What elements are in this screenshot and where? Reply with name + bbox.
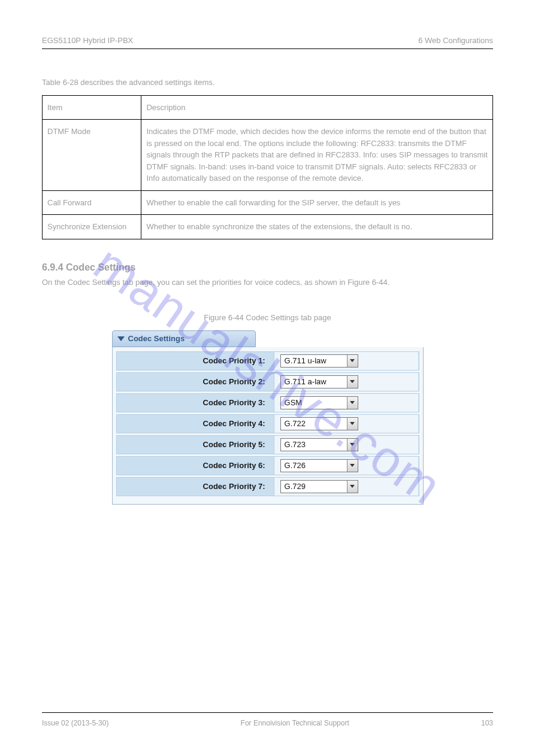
select-value: G.729: [281, 482, 347, 491]
codec-priority-4-select[interactable]: G.722: [280, 417, 358, 430]
codec-priority-5-select[interactable]: G.723: [280, 438, 358, 451]
codec-label: Codec Priority 6:: [117, 461, 274, 470]
codec-row: Codec Priority 4: G.722: [116, 414, 419, 433]
header-product: EGS5110P Hybrid IP-PBX: [42, 36, 133, 45]
select-value: G.722: [281, 419, 347, 428]
select-value: G.711 u-law: [281, 356, 347, 365]
table-row-desc: Whether to enable the call forwarding fo…: [141, 190, 493, 215]
select-value: G.711 a-law: [281, 377, 347, 386]
table-header-desc: Description: [141, 95, 493, 120]
description-table: Item Description DTMF Mode Indicates the…: [42, 95, 493, 239]
codec-row: Codec Priority 1: G.711 u-law: [116, 351, 419, 371]
codec-row: Codec Priority 7: G.729: [116, 477, 419, 496]
codec-panel-body: Codec Priority 1: G.711 u-law Codec Prio…: [112, 347, 424, 505]
codec-label: Codec Priority 3:: [117, 398, 274, 407]
dropdown-button[interactable]: [347, 355, 358, 367]
chevron-down-icon: [350, 464, 355, 467]
page-footer: Issue 02 (2013-5-30) For Ennoivision Tec…: [42, 712, 493, 727]
codec-field: G.711 a-law: [274, 373, 419, 391]
codec-row: Codec Priority 5: G.723: [116, 435, 419, 454]
codec-priority-1-select[interactable]: G.711 u-law: [280, 354, 358, 368]
top-rule: [42, 48, 493, 49]
chevron-down-icon: [350, 401, 355, 404]
intro-text: Table 6-28 describes the advanced settin…: [42, 77, 493, 89]
codec-priority-7-select[interactable]: G.729: [280, 480, 358, 493]
codec-field: G.711 u-law: [274, 352, 419, 370]
dropdown-button[interactable]: [347, 397, 358, 409]
dropdown-button[interactable]: [347, 376, 358, 388]
codec-field: G.729: [274, 478, 419, 496]
codec-settings-panel: Codec Settings Codec Priority 1: G.711 u…: [112, 330, 424, 505]
table-header-item: Item: [43, 95, 141, 120]
codec-field: G.726: [274, 457, 419, 475]
codec-row: Codec Priority 2: G.711 a-law: [116, 372, 419, 391]
dropdown-button[interactable]: [347, 439, 358, 451]
section-text: On the Codec Settings tab page, you can …: [42, 277, 493, 289]
chevron-down-icon: [350, 380, 355, 383]
footer-issue: Issue 02 (2013-5-30): [42, 719, 108, 727]
chevron-down-icon: [350, 359, 355, 362]
codec-priority-3-select[interactable]: GSM: [280, 396, 358, 409]
codec-label: Codec Priority 4:: [117, 419, 274, 428]
table-row-item: Synchronize Extension: [43, 215, 141, 239]
codec-label: Codec Priority 7:: [117, 482, 274, 491]
dropdown-button[interactable]: [347, 481, 358, 493]
figure-caption: Figure 6-44 Codec Settings tab page: [42, 313, 493, 322]
dropdown-button[interactable]: [347, 460, 358, 472]
codec-field: GSM: [274, 394, 419, 412]
collapse-triangle-icon: [117, 336, 125, 341]
codec-label: Codec Priority 2:: [117, 377, 274, 386]
table-row-desc: Whether to enable synchronize the states…: [141, 215, 493, 239]
codec-field: G.723: [274, 436, 419, 454]
table-row-item: DTMF Mode: [43, 120, 141, 191]
codec-panel-header[interactable]: Codec Settings: [112, 330, 256, 347]
select-value: G.723: [281, 440, 347, 449]
footer-page: 103: [481, 719, 493, 727]
select-value: G.726: [281, 461, 347, 470]
footer-copyright: For Ennoivision Technical Support: [241, 719, 349, 727]
select-value: GSM: [281, 398, 347, 407]
codec-row: Codec Priority 6: G.726: [116, 456, 419, 475]
codec-field: G.722: [274, 415, 419, 433]
chevron-down-icon: [350, 485, 355, 488]
chevron-down-icon: [350, 422, 355, 425]
chevron-down-icon: [350, 443, 355, 446]
codec-label: Codec Priority 5:: [117, 440, 274, 449]
codec-label: Codec Priority 1:: [117, 356, 274, 365]
dropdown-button[interactable]: [347, 418, 358, 430]
table-row-item: Call Forward: [43, 190, 141, 215]
codec-row: Codec Priority 3: GSM: [116, 393, 419, 412]
codec-panel-title: Codec Settings: [128, 334, 185, 343]
codec-priority-2-select[interactable]: G.711 a-law: [280, 375, 358, 388]
table-row-desc: Indicates the DTMF mode, which decides h…: [141, 120, 493, 191]
codec-priority-6-select[interactable]: G.726: [280, 459, 358, 472]
header-chapter: 6 Web Configurations: [418, 36, 493, 45]
section-heading: 6.9.4 Codec Settings: [42, 262, 493, 273]
